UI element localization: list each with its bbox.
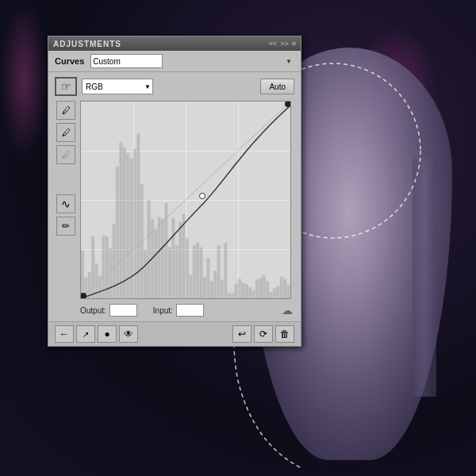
bg-column [413,159,436,397]
preset-select-arrow-icon: ▼ [286,58,292,65]
eyedropper-gray-btn[interactable]: 🖊 [56,123,75,142]
tools-column: 🖊 🖊 🖊 ∿ ✏ [55,101,77,236]
footer-buttons: ← ↗ ● 👁 [55,325,138,343]
auto-button[interactable]: Auto [260,79,294,94]
hand-tool-btn[interactable]: ☞ [55,77,77,96]
panel-title: ADJUSTMENTS [53,40,121,48]
eyedropper-white-btn[interactable]: 🖊 [56,145,75,164]
channel-select-wrapper: RGB Red Green Blue ▼ [82,79,153,94]
arrow-btn[interactable]: ↗ [76,325,95,343]
panel-footer: ← ↗ ● 👁 ↩ ⟳ 🗑 [48,321,301,346]
circle-btn[interactable]: ● [98,325,117,343]
panel-menu-btn[interactable]: ≡ [292,40,296,48]
reset-btn[interactable]: ↩ [232,325,251,343]
curve-wrapper: 🖊 🖊 🖊 ∿ ✏ [80,101,294,299]
output-value[interactable] [109,304,137,317]
output-input-row: Output: Input: ☁ [80,304,294,317]
channel-row: ☞ RGB Red Green Blue ▼ Auto [55,77,294,96]
channel-select[interactable]: RGB Red Green Blue [82,79,153,94]
panel-expand-btn[interactable]: >> [280,40,289,48]
black-point-dot[interactable] [80,293,86,299]
bg-flowers-left [0,0,48,159]
cloud-icon: ☁ [282,304,293,317]
panel-title-controls: << >> ≡ [269,40,296,48]
eye-btn[interactable]: 👁 [119,325,138,343]
preset-select[interactable]: Custom Default Strong Contrast Lighter D… [90,54,163,68]
input-label: Input: [153,306,173,315]
svg-line-1 [81,102,290,298]
curve-svg [81,102,290,298]
panel-titlebar: ADJUSTMENTS << >> ≡ [48,36,301,51]
refresh-btn[interactable]: ⟳ [254,325,273,343]
back-btn[interactable]: ← [55,325,74,343]
eyedropper-black-btn[interactable]: 🖊 [56,101,75,120]
output-label: Output: [80,306,106,315]
curve-wave-btn[interactable]: ∿ [56,194,75,213]
panel-header: Curves Custom Default Strong Contrast Li… [48,51,301,72]
panel-body: ☞ RGB Red Green Blue ▼ Auto 🖊 🖊 🖊 ∿ [48,72,301,321]
preset-select-wrapper: Custom Default Strong Contrast Lighter D… [90,54,294,68]
input-value[interactable] [176,304,204,317]
panel-collapse-btn[interactable]: << [269,40,278,48]
curves-label: Curves [55,56,84,66]
curve-graph[interactable] [80,101,291,299]
adjustments-panel: ADJUSTMENTS << >> ≡ Curves Custom Defaul… [48,36,301,347]
footer-buttons-right: ↩ ⟳ 🗑 [232,325,294,343]
delete-btn[interactable]: 🗑 [275,325,294,343]
curve-control-point[interactable] [199,193,205,199]
pencil-btn[interactable]: ✏ [56,217,75,236]
white-point-dot[interactable] [285,101,291,107]
